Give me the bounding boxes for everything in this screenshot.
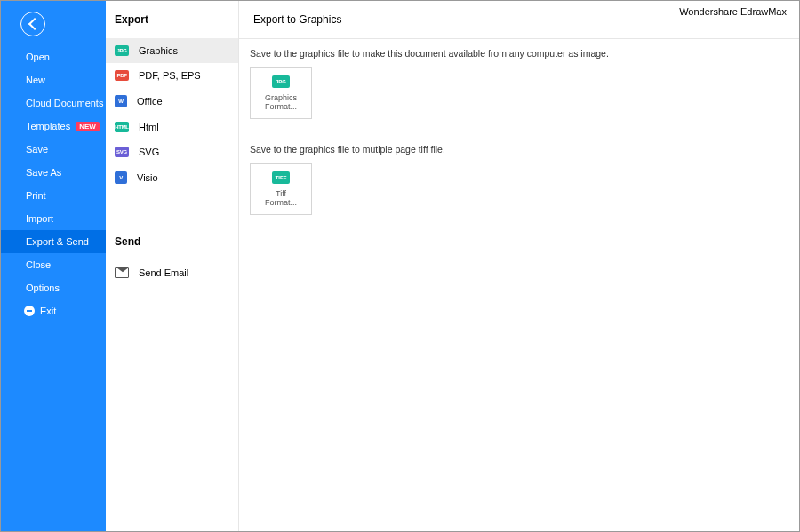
side-item-label: New	[26, 75, 45, 85]
side-item-export-and-send[interactable]: Export & Send	[1, 230, 106, 253]
side-item-label: Import	[26, 213, 53, 224]
back-button[interactable]	[20, 12, 45, 36]
svg-icon: SVG	[115, 147, 129, 157]
export-item-pdf[interactable]: PDF PDF, PS, EPS	[106, 63, 238, 88]
export-item-html[interactable]: HTML Html	[106, 115, 238, 139]
side-item-label: Save As	[26, 167, 61, 178]
export-item-label: PDF, PS, EPS	[139, 70, 201, 81]
description-graphics: Save to the graphics file to make this d…	[250, 48, 788, 59]
jpg-icon: JPG	[272, 75, 290, 88]
export-item-label: Visio	[137, 172, 158, 183]
pdf-icon: PDF	[115, 70, 129, 81]
side-item-label: Save	[26, 144, 48, 155]
send-item-label: Send Email	[139, 267, 188, 278]
file-menu-sidebar: Open New Cloud Documents Templates NEW S…	[1, 1, 106, 531]
export-item-office[interactable]: W Office	[106, 88, 238, 115]
export-item-visio[interactable]: V Visio	[106, 164, 238, 191]
export-item-label: Graphics	[139, 45, 178, 56]
side-item-label: Export & Send	[26, 236, 89, 247]
export-item-label: Html	[139, 122, 159, 132]
side-item-import[interactable]: Import	[1, 207, 106, 230]
export-card-tiff-format[interactable]: TIFF TiffFormat...	[250, 163, 312, 215]
side-item-save[interactable]: Save	[1, 138, 106, 161]
side-item-exit[interactable]: Exit	[1, 299, 106, 322]
app-title: Wondershare EdrawMax	[679, 6, 787, 17]
side-item-open[interactable]: Open	[1, 45, 106, 68]
send-heading: Send	[106, 234, 238, 260]
back-arrow-icon	[28, 18, 40, 30]
side-item-new[interactable]: New	[1, 68, 106, 91]
side-item-close[interactable]: Close	[1, 253, 106, 276]
export-heading: Export	[106, 12, 238, 38]
side-item-templates[interactable]: Templates NEW	[1, 115, 106, 138]
side-item-options[interactable]: Options	[1, 276, 106, 299]
export-item-label: SVG	[139, 147, 159, 157]
side-item-cloud-documents[interactable]: Cloud Documents	[1, 91, 106, 115]
side-item-label: Exit	[40, 306, 56, 316]
description-tiff: Save to the graphics file to mutiple pag…	[250, 144, 788, 155]
side-item-label: Print	[26, 190, 46, 201]
side-item-label: Close	[26, 259, 51, 270]
visio-icon: V	[115, 171, 127, 184]
side-item-label: Open	[26, 52, 50, 62]
export-category-column: Export JPG Graphics PDF PDF, PS, EPS W O…	[106, 1, 239, 531]
html-icon: HTML	[115, 122, 129, 132]
export-item-svg[interactable]: SVG SVG	[106, 139, 238, 164]
side-item-label: Templates	[26, 121, 70, 131]
export-item-graphics[interactable]: JPG Graphics	[106, 38, 238, 63]
office-icon: W	[115, 95, 127, 107]
tiff-icon: TIFF	[272, 171, 290, 184]
side-item-print[interactable]: Print	[1, 184, 106, 207]
side-item-label: Cloud Documents	[26, 98, 103, 108]
send-item-email[interactable]: Send Email	[106, 260, 238, 285]
mail-icon	[115, 267, 129, 278]
main-content: Wondershare EdrawMax Export to Graphics …	[239, 1, 799, 531]
exit-icon	[24, 306, 35, 316]
new-badge: NEW	[76, 122, 100, 131]
card-label: GraphicsFormat...	[265, 93, 297, 112]
export-item-label: Office	[137, 96, 163, 107]
export-card-graphics-format[interactable]: JPG GraphicsFormat...	[250, 67, 312, 119]
side-item-label: Options	[26, 282, 60, 293]
jpg-icon: JPG	[115, 45, 129, 56]
side-item-save-as[interactable]: Save As	[1, 161, 106, 184]
card-label: TiffFormat...	[265, 189, 297, 208]
